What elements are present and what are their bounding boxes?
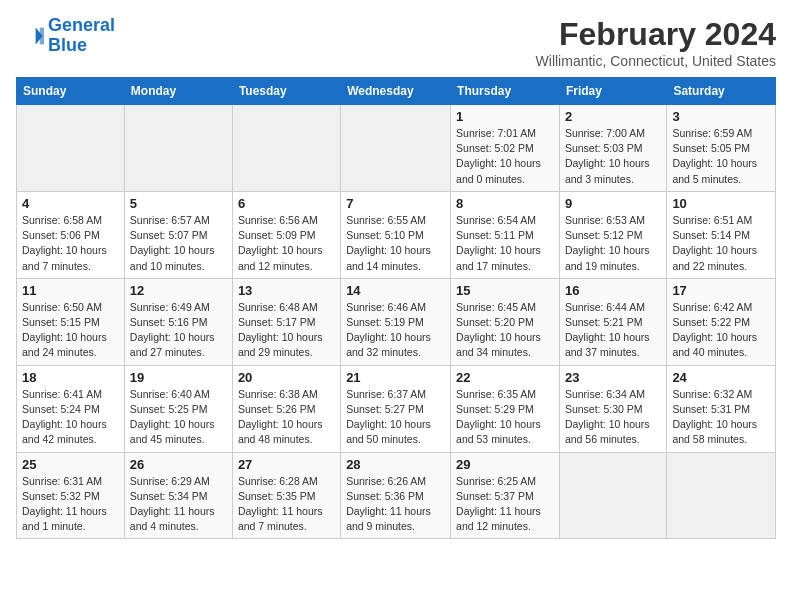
- day-info: Sunrise: 6:26 AM Sunset: 5:36 PM Dayligh…: [346, 474, 445, 535]
- page-header: General Blue February 2024 Willimantic, …: [16, 16, 776, 69]
- calendar-cell: 27Sunrise: 6:28 AM Sunset: 5:35 PM Dayli…: [232, 452, 340, 539]
- day-number: 16: [565, 283, 661, 298]
- day-number: 11: [22, 283, 119, 298]
- calendar-cell: [341, 105, 451, 192]
- calendar-week-row: 18Sunrise: 6:41 AM Sunset: 5:24 PM Dayli…: [17, 365, 776, 452]
- calendar-cell: 2Sunrise: 7:00 AM Sunset: 5:03 PM Daylig…: [559, 105, 666, 192]
- calendar-cell: [232, 105, 340, 192]
- calendar-cell: 20Sunrise: 6:38 AM Sunset: 5:26 PM Dayli…: [232, 365, 340, 452]
- calendar-cell: 3Sunrise: 6:59 AM Sunset: 5:05 PM Daylig…: [667, 105, 776, 192]
- day-number: 24: [672, 370, 770, 385]
- day-number: 4: [22, 196, 119, 211]
- calendar-cell: 11Sunrise: 6:50 AM Sunset: 5:15 PM Dayli…: [17, 278, 125, 365]
- month-title: February 2024: [536, 16, 776, 53]
- day-number: 5: [130, 196, 227, 211]
- day-info: Sunrise: 6:49 AM Sunset: 5:16 PM Dayligh…: [130, 300, 227, 361]
- day-number: 7: [346, 196, 445, 211]
- calendar-week-row: 1Sunrise: 7:01 AM Sunset: 5:02 PM Daylig…: [17, 105, 776, 192]
- calendar-cell: 22Sunrise: 6:35 AM Sunset: 5:29 PM Dayli…: [451, 365, 560, 452]
- day-info: Sunrise: 6:50 AM Sunset: 5:15 PM Dayligh…: [22, 300, 119, 361]
- calendar-cell: [17, 105, 125, 192]
- day-info: Sunrise: 6:58 AM Sunset: 5:06 PM Dayligh…: [22, 213, 119, 274]
- day-info: Sunrise: 6:53 AM Sunset: 5:12 PM Dayligh…: [565, 213, 661, 274]
- calendar-cell: 6Sunrise: 6:56 AM Sunset: 5:09 PM Daylig…: [232, 191, 340, 278]
- day-number: 20: [238, 370, 335, 385]
- location: Willimantic, Connecticut, United States: [536, 53, 776, 69]
- day-number: 17: [672, 283, 770, 298]
- day-number: 26: [130, 457, 227, 472]
- calendar-cell: 13Sunrise: 6:48 AM Sunset: 5:17 PM Dayli…: [232, 278, 340, 365]
- calendar-cell: 23Sunrise: 6:34 AM Sunset: 5:30 PM Dayli…: [559, 365, 666, 452]
- calendar-cell: 15Sunrise: 6:45 AM Sunset: 5:20 PM Dayli…: [451, 278, 560, 365]
- day-number: 10: [672, 196, 770, 211]
- weekday-header-cell: Friday: [559, 78, 666, 105]
- calendar-cell: [124, 105, 232, 192]
- day-info: Sunrise: 6:59 AM Sunset: 5:05 PM Dayligh…: [672, 126, 770, 187]
- day-number: 28: [346, 457, 445, 472]
- day-info: Sunrise: 6:34 AM Sunset: 5:30 PM Dayligh…: [565, 387, 661, 448]
- day-info: Sunrise: 6:37 AM Sunset: 5:27 PM Dayligh…: [346, 387, 445, 448]
- day-info: Sunrise: 6:40 AM Sunset: 5:25 PM Dayligh…: [130, 387, 227, 448]
- calendar-cell: 29Sunrise: 6:25 AM Sunset: 5:37 PM Dayli…: [451, 452, 560, 539]
- weekday-header-cell: Sunday: [17, 78, 125, 105]
- day-info: Sunrise: 6:45 AM Sunset: 5:20 PM Dayligh…: [456, 300, 554, 361]
- logo-icon: [16, 22, 44, 50]
- logo: General Blue: [16, 16, 115, 56]
- calendar-cell: 5Sunrise: 6:57 AM Sunset: 5:07 PM Daylig…: [124, 191, 232, 278]
- svg-marker-1: [40, 27, 44, 44]
- day-info: Sunrise: 6:44 AM Sunset: 5:21 PM Dayligh…: [565, 300, 661, 361]
- calendar-cell: 25Sunrise: 6:31 AM Sunset: 5:32 PM Dayli…: [17, 452, 125, 539]
- calendar-cell: 10Sunrise: 6:51 AM Sunset: 5:14 PM Dayli…: [667, 191, 776, 278]
- calendar-cell: 28Sunrise: 6:26 AM Sunset: 5:36 PM Dayli…: [341, 452, 451, 539]
- day-info: Sunrise: 6:48 AM Sunset: 5:17 PM Dayligh…: [238, 300, 335, 361]
- calendar-cell: 26Sunrise: 6:29 AM Sunset: 5:34 PM Dayli…: [124, 452, 232, 539]
- calendar-week-row: 25Sunrise: 6:31 AM Sunset: 5:32 PM Dayli…: [17, 452, 776, 539]
- weekday-header-cell: Monday: [124, 78, 232, 105]
- calendar-cell: 7Sunrise: 6:55 AM Sunset: 5:10 PM Daylig…: [341, 191, 451, 278]
- day-info: Sunrise: 6:25 AM Sunset: 5:37 PM Dayligh…: [456, 474, 554, 535]
- day-info: Sunrise: 6:56 AM Sunset: 5:09 PM Dayligh…: [238, 213, 335, 274]
- day-info: Sunrise: 6:35 AM Sunset: 5:29 PM Dayligh…: [456, 387, 554, 448]
- day-number: 27: [238, 457, 335, 472]
- day-info: Sunrise: 6:55 AM Sunset: 5:10 PM Dayligh…: [346, 213, 445, 274]
- title-block: February 2024 Willimantic, Connecticut, …: [536, 16, 776, 69]
- calendar-week-row: 4Sunrise: 6:58 AM Sunset: 5:06 PM Daylig…: [17, 191, 776, 278]
- day-number: 22: [456, 370, 554, 385]
- day-info: Sunrise: 6:42 AM Sunset: 5:22 PM Dayligh…: [672, 300, 770, 361]
- day-info: Sunrise: 6:28 AM Sunset: 5:35 PM Dayligh…: [238, 474, 335, 535]
- day-number: 3: [672, 109, 770, 124]
- day-number: 12: [130, 283, 227, 298]
- day-number: 18: [22, 370, 119, 385]
- day-number: 21: [346, 370, 445, 385]
- day-number: 9: [565, 196, 661, 211]
- day-info: Sunrise: 6:41 AM Sunset: 5:24 PM Dayligh…: [22, 387, 119, 448]
- calendar-cell: 24Sunrise: 6:32 AM Sunset: 5:31 PM Dayli…: [667, 365, 776, 452]
- calendar-cell: 12Sunrise: 6:49 AM Sunset: 5:16 PM Dayli…: [124, 278, 232, 365]
- day-number: 23: [565, 370, 661, 385]
- day-info: Sunrise: 6:32 AM Sunset: 5:31 PM Dayligh…: [672, 387, 770, 448]
- day-number: 6: [238, 196, 335, 211]
- day-info: Sunrise: 6:29 AM Sunset: 5:34 PM Dayligh…: [130, 474, 227, 535]
- calendar-cell: 16Sunrise: 6:44 AM Sunset: 5:21 PM Dayli…: [559, 278, 666, 365]
- calendar-table: SundayMondayTuesdayWednesdayThursdayFrid…: [16, 77, 776, 539]
- calendar-cell: 9Sunrise: 6:53 AM Sunset: 5:12 PM Daylig…: [559, 191, 666, 278]
- day-info: Sunrise: 7:01 AM Sunset: 5:02 PM Dayligh…: [456, 126, 554, 187]
- calendar-cell: 21Sunrise: 6:37 AM Sunset: 5:27 PM Dayli…: [341, 365, 451, 452]
- calendar-body: 1Sunrise: 7:01 AM Sunset: 5:02 PM Daylig…: [17, 105, 776, 539]
- day-number: 15: [456, 283, 554, 298]
- weekday-header-row: SundayMondayTuesdayWednesdayThursdayFrid…: [17, 78, 776, 105]
- day-number: 25: [22, 457, 119, 472]
- day-number: 19: [130, 370, 227, 385]
- day-info: Sunrise: 6:38 AM Sunset: 5:26 PM Dayligh…: [238, 387, 335, 448]
- day-number: 14: [346, 283, 445, 298]
- day-info: Sunrise: 6:51 AM Sunset: 5:14 PM Dayligh…: [672, 213, 770, 274]
- weekday-header-cell: Tuesday: [232, 78, 340, 105]
- calendar-cell: [667, 452, 776, 539]
- calendar-cell: 8Sunrise: 6:54 AM Sunset: 5:11 PM Daylig…: [451, 191, 560, 278]
- day-info: Sunrise: 6:46 AM Sunset: 5:19 PM Dayligh…: [346, 300, 445, 361]
- calendar-cell: 4Sunrise: 6:58 AM Sunset: 5:06 PM Daylig…: [17, 191, 125, 278]
- day-number: 13: [238, 283, 335, 298]
- day-number: 1: [456, 109, 554, 124]
- calendar-cell: 19Sunrise: 6:40 AM Sunset: 5:25 PM Dayli…: [124, 365, 232, 452]
- weekday-header-cell: Thursday: [451, 78, 560, 105]
